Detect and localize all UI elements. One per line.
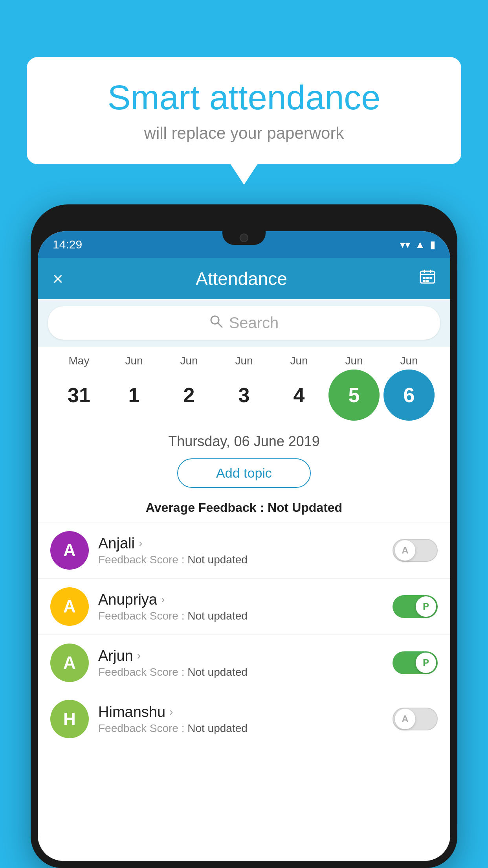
day-4[interactable]: 4 <box>273 370 325 421</box>
svg-rect-5 <box>426 277 429 279</box>
search-placeholder: Search <box>229 314 279 332</box>
feedback-arjun: Feedback Score : Not updated <box>98 666 383 679</box>
add-topic-button[interactable]: Add topic <box>177 458 311 488</box>
toggle-knob-himanshu: A <box>395 709 415 729</box>
day-6[interactable]: 6 <box>383 370 435 421</box>
status-icons: ▾▾ ▲ ▮ <box>400 239 435 251</box>
month-2: Jun <box>163 355 215 367</box>
calendar-section: May Jun Jun Jun Jun Jun Jun 31 1 2 3 4 5… <box>38 347 450 425</box>
selected-date: Thursday, 06 June 2019 <box>38 425 450 454</box>
svg-rect-8 <box>426 280 429 282</box>
day-5[interactable]: 5 <box>328 370 380 421</box>
student-name-arjun[interactable]: Arjun › <box>98 647 383 664</box>
phone-frame: 14:29 ▾▾ ▲ ▮ × Attendance <box>31 204 457 868</box>
svg-rect-7 <box>423 280 426 282</box>
chevron-icon: › <box>137 649 141 662</box>
avg-feedback-prefix: Average Feedback : <box>146 500 268 515</box>
chevron-icon: › <box>139 537 142 550</box>
month-3: Jun <box>218 355 270 367</box>
svg-rect-6 <box>429 277 432 279</box>
month-5: Jun <box>328 355 380 367</box>
month-6: Jun <box>383 355 435 367</box>
avatar-anjali: A <box>50 531 89 570</box>
student-info-anjali: Anjali › Feedback Score : Not updated <box>98 535 383 566</box>
calendar-months: May Jun Jun Jun Jun Jun Jun <box>50 355 438 367</box>
student-info-anupriya: Anupriya › Feedback Score : Not updated <box>98 591 383 622</box>
student-list: A Anjali › Feedback Score : Not updated … <box>38 522 450 747</box>
search-bar[interactable]: Search <box>48 306 440 340</box>
speech-bubble: Smart attendance will replace your paper… <box>27 57 461 164</box>
toggle-anjali[interactable]: A <box>393 539 438 562</box>
avg-feedback: Average Feedback : Not Updated <box>38 500 450 522</box>
svg-rect-4 <box>423 277 426 279</box>
avg-feedback-value: Not Updated <box>268 500 342 515</box>
wifi-icon: ▾▾ <box>400 239 410 251</box>
avatar-arjun: A <box>50 644 89 682</box>
status-time: 14:29 <box>53 238 82 251</box>
month-0: May <box>53 355 105 367</box>
add-topic-area: Add topic <box>38 458 450 500</box>
bubble-subtitle: will replace your paperwork <box>50 124 438 143</box>
student-info-arjun: Arjun › Feedback Score : Not updated <box>98 647 383 679</box>
student-item-anupriya: A Anupriya › Feedback Score : Not update… <box>38 578 450 634</box>
close-button[interactable]: × <box>53 270 63 288</box>
svg-line-10 <box>218 323 222 327</box>
toggle-knob-arjun: P <box>416 653 436 673</box>
battery-icon: ▮ <box>430 239 435 251</box>
calendar-icon[interactable] <box>420 269 435 288</box>
avatar-anupriya: A <box>50 587 89 626</box>
student-info-himanshu: Himanshu › Feedback Score : Not updated <box>98 704 383 735</box>
student-name-anupriya[interactable]: Anupriya › <box>98 591 383 608</box>
feedback-anjali: Feedback Score : Not updated <box>98 554 383 566</box>
toggle-knob-anupriya: P <box>416 596 436 617</box>
signal-icon: ▲ <box>415 239 425 251</box>
toggle-arjun[interactable]: P <box>393 651 438 674</box>
phone-screen: 14:29 ▾▾ ▲ ▮ × Attendance <box>38 231 450 861</box>
app-title: Attendance <box>196 268 287 289</box>
day-2[interactable]: 2 <box>163 370 215 421</box>
toggle-anupriya[interactable]: P <box>393 595 438 618</box>
student-name-anjali[interactable]: Anjali › <box>98 535 383 552</box>
student-item-arjun: A Arjun › Feedback Score : Not updated P <box>38 634 450 691</box>
day-3[interactable]: 3 <box>218 370 270 421</box>
month-1: Jun <box>108 355 160 367</box>
avatar-himanshu: H <box>50 700 89 738</box>
feedback-himanshu: Feedback Score : Not updated <box>98 722 383 735</box>
student-item-himanshu: H Himanshu › Feedback Score : Not update… <box>38 691 450 747</box>
day-1[interactable]: 1 <box>108 370 160 421</box>
calendar-days: 31 1 2 3 4 5 6 <box>50 370 438 421</box>
chevron-icon: › <box>169 706 173 718</box>
chevron-icon: › <box>161 593 165 606</box>
camera <box>240 234 248 242</box>
student-item-anjali: A Anjali › Feedback Score : Not updated … <box>38 522 450 578</box>
student-name-himanshu[interactable]: Himanshu › <box>98 704 383 721</box>
day-31[interactable]: 31 <box>53 370 105 421</box>
month-4: Jun <box>273 355 325 367</box>
feedback-anupriya: Feedback Score : Not updated <box>98 610 383 622</box>
toggle-himanshu[interactable]: A <box>393 708 438 730</box>
search-icon <box>209 314 223 331</box>
bubble-title: Smart attendance <box>50 79 438 117</box>
app-header: × Attendance <box>38 258 450 299</box>
search-container: Search <box>38 299 450 347</box>
toggle-knob-anjali: A <box>395 540 415 561</box>
phone-notch <box>222 231 266 245</box>
